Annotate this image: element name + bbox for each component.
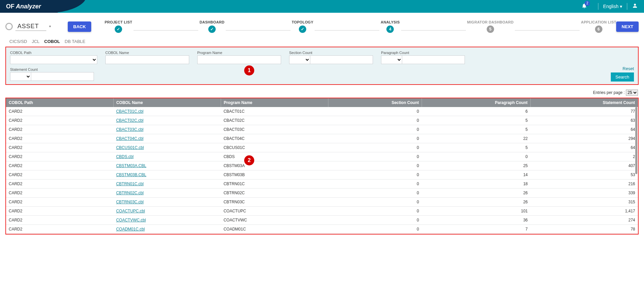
cobol-name-link[interactable]: COACTUPC.cbl xyxy=(116,209,145,213)
step-project-list[interactable]: PROJECT LIST✓ xyxy=(105,20,132,33)
subtab-cobol[interactable]: COBOL xyxy=(44,39,60,44)
cell: 5 xyxy=(422,143,530,152)
brand-logo: OF Analyzer xyxy=(0,0,58,13)
notification-badge: 2 xyxy=(585,1,590,6)
cobol-name-link[interactable]: CBTRN01C.cbl xyxy=(116,182,144,186)
search-button[interactable]: Search xyxy=(611,72,634,82)
cobol-name-input[interactable] xyxy=(105,55,189,64)
cell: 339 xyxy=(530,189,638,198)
scrollbar[interactable] xyxy=(635,107,637,174)
cell: 0 xyxy=(328,125,422,134)
next-button[interactable]: NEXT xyxy=(616,21,639,32)
subtab-db-table[interactable]: DB TABLE xyxy=(65,39,86,44)
cobol-name-label: COBOL Name xyxy=(105,51,189,55)
asset-dot-icon: • xyxy=(49,23,51,30)
cell: CBACT03C.cbl xyxy=(113,125,221,134)
cobol-name-link[interactable]: CBDS.cbl xyxy=(116,154,133,159)
cell: CARD2 xyxy=(6,179,113,189)
separator xyxy=(598,3,598,10)
statement-count-input[interactable] xyxy=(31,72,94,81)
cell: 64 xyxy=(530,143,638,152)
col-paragraph-count[interactable]: Paragraph Count xyxy=(422,98,530,107)
step-number: 4 xyxy=(386,25,394,33)
step-analysis[interactable]: ANALYSIS4 xyxy=(381,20,400,33)
epp-select[interactable]: 25 xyxy=(626,90,638,96)
col-program-name[interactable]: Program Name xyxy=(221,98,328,107)
cobol-name-link[interactable]: CBTRN03C.cbl xyxy=(116,200,144,204)
cell: 0 xyxy=(328,189,422,198)
cell: CBACT04C xyxy=(221,134,328,143)
cobol-name-link[interactable]: CBACT04C.cbl xyxy=(116,136,143,141)
cell: 0 xyxy=(328,116,422,125)
col-cobol-path[interactable]: COBOL Path xyxy=(6,98,113,107)
cobol-name-link[interactable]: CBSTM03A.CBL xyxy=(116,163,146,168)
cell: CBTRN03C.cbl xyxy=(113,198,221,207)
subtab-cics-sd[interactable]: CICS/SD xyxy=(9,39,27,44)
cell: CBCUS01C xyxy=(221,143,328,152)
cell: 0 xyxy=(328,107,422,116)
cell: COADM01C xyxy=(221,225,328,234)
step-label: ANALYSIS xyxy=(381,20,400,24)
section-count-input[interactable] xyxy=(310,55,373,64)
step-migrator-dashboard[interactable]: MIGRATOR DASHBOARD5 xyxy=(467,20,514,33)
cell: 0 xyxy=(328,207,422,216)
cell: CBACT01C xyxy=(221,107,328,116)
cobol-path-label: COBOL Path xyxy=(10,51,97,55)
table-row: CARD2CBSTM03B.CBLCBSTM03B01453 xyxy=(6,170,638,179)
paragraph-count-label: Paragraph Count xyxy=(381,51,465,55)
cell: CBTRN01C xyxy=(221,179,328,189)
cobol-name-link[interactable]: COADM01C.cbl xyxy=(116,227,145,232)
col-statement-count[interactable]: Statement Count xyxy=(530,98,638,107)
paragraph-count-input[interactable] xyxy=(402,55,465,64)
step-connector xyxy=(401,30,466,31)
cobol-name-link[interactable]: CBACT03C.cbl xyxy=(116,127,143,132)
subtab-jcl[interactable]: JCL xyxy=(32,39,40,44)
reset-link[interactable]: Reset xyxy=(611,66,634,71)
paragraph-count-op[interactable] xyxy=(381,55,402,64)
back-button[interactable]: BACK xyxy=(68,21,91,32)
cell: CBSTM03B.CBL xyxy=(113,170,221,179)
statement-count-op[interactable] xyxy=(10,72,31,81)
cell: 22 xyxy=(422,134,530,143)
cell: 0 xyxy=(422,152,530,161)
filter-panel: COBOL Path COBOL Name Program Name Secti… xyxy=(5,47,639,85)
step-label: DASHBOARD xyxy=(200,20,224,24)
table-row: CARD2CBACT02C.cblCBACT02C0563 xyxy=(6,116,638,125)
callout-1: 1 xyxy=(244,65,254,75)
table-row: CARD2CBCUS01C.cblCBCUS01C0564 xyxy=(6,143,638,152)
cell: CARD2 xyxy=(6,207,113,216)
step-connector xyxy=(133,30,198,31)
table-row: CARD2CBACT03C.cblCBACT03C0564 xyxy=(6,125,638,134)
callout-2: 2 xyxy=(244,155,254,165)
step-application-list[interactable]: APPLICATION LIST6 xyxy=(581,20,616,33)
cell: CARD2 xyxy=(6,225,113,234)
cobol-name-link[interactable]: CBACT01C.cbl xyxy=(116,109,143,114)
table-row: CARD2COACTUPC.cblCOACTUPC01011,417 xyxy=(6,207,638,216)
col-cobol-name[interactable]: COBOL Name xyxy=(113,98,221,107)
cell: 315 xyxy=(530,198,638,207)
col-section-count[interactable]: Section Count xyxy=(328,98,422,107)
program-name-input[interactable] xyxy=(197,55,281,64)
cell: COACTUPC xyxy=(221,207,328,216)
section-count-op[interactable] xyxy=(289,55,310,64)
cell: CARD2 xyxy=(6,134,113,143)
step-topology[interactable]: TOPOLOGY✓ xyxy=(292,20,314,33)
notification-bell[interactable]: 2 xyxy=(581,3,587,10)
language-dropdown[interactable]: English ▾ xyxy=(603,4,622,9)
cell: CBSTM03A xyxy=(221,161,328,170)
cell: CARD2 xyxy=(6,143,113,152)
statement-count-label: Statement Count xyxy=(10,67,94,71)
step-dashboard[interactable]: DASHBOARD✓ xyxy=(200,20,224,33)
table-row: CARD2CBTRN03C.cblCBTRN03C026315 xyxy=(6,198,638,207)
cell: CBDS xyxy=(221,152,328,161)
cobol-name-link[interactable]: CBTRN02C.cbl xyxy=(116,191,144,195)
user-icon[interactable] xyxy=(632,3,638,10)
cell: CBSTM03B xyxy=(221,170,328,179)
asset-block: ASSET • xyxy=(5,22,51,31)
cobol-name-link[interactable]: CBSTM03B.CBL xyxy=(116,172,146,177)
cobol-name-link[interactable]: COACTVWC.cbl xyxy=(116,218,146,222)
cobol-name-link[interactable]: CBACT02C.cbl xyxy=(116,118,143,123)
cobol-path-select[interactable] xyxy=(10,55,97,64)
cell: 0 xyxy=(328,179,422,189)
cobol-name-link[interactable]: CBCUS01C.cbl xyxy=(116,145,144,150)
